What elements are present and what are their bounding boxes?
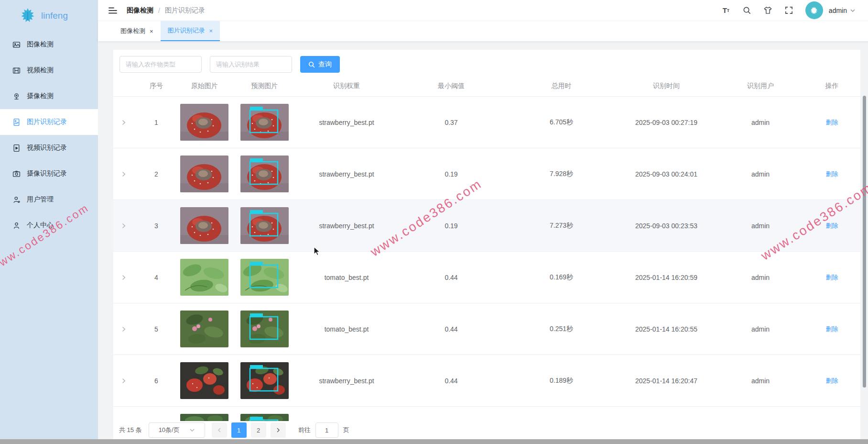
next-page-button[interactable] bbox=[271, 422, 286, 438]
goto-unit: 页 bbox=[343, 426, 349, 434]
font-size-icon[interactable]: Tт bbox=[721, 6, 731, 15]
app-logo: linfeng bbox=[0, 0, 98, 32]
predicted-image-thumbnail[interactable] bbox=[240, 311, 289, 347]
username: admin bbox=[829, 7, 847, 14]
predicted-image-thumbnail[interactable] bbox=[240, 259, 289, 296]
total-time-cell: 7.928秒 bbox=[508, 170, 615, 178]
profile-icon bbox=[12, 222, 21, 230]
original-image-thumbnail[interactable] bbox=[180, 362, 228, 399]
theme-shirt-icon[interactable] bbox=[763, 6, 773, 15]
row-index: 1 bbox=[134, 119, 178, 126]
predicted-image-thumbnail[interactable] bbox=[240, 362, 289, 399]
row-index: 3 bbox=[134, 222, 178, 230]
min-threshold-cell: 0.19 bbox=[395, 170, 508, 178]
delete-link[interactable]: 删除 bbox=[826, 377, 838, 385]
search-icon[interactable] bbox=[742, 6, 752, 15]
sidebar-item-video-record[interactable]: 视频识别记录 bbox=[0, 135, 98, 161]
delete-link[interactable]: 删除 bbox=[826, 222, 838, 230]
search-button[interactable]: 查询 bbox=[300, 56, 340, 73]
page-button-1[interactable]: 1 bbox=[231, 422, 247, 438]
vertical-scrollbar-thumb[interactable] bbox=[863, 96, 866, 388]
sidebar-item-camera[interactable]: 摄像检测 bbox=[0, 83, 98, 109]
content-card: 查询 序号原始图片预测图片识别权重最小阈值总用时识别时间识别用户操作 1 str… bbox=[113, 50, 860, 439]
prev-page-button[interactable] bbox=[212, 422, 227, 438]
min-threshold-cell: 0.19 bbox=[395, 222, 508, 230]
sidebar-item-camera-record[interactable]: 摄像识别记录 bbox=[0, 161, 98, 187]
picture-record-icon bbox=[12, 118, 21, 126]
table-row: 4 tomato_best.pt 0.44 0.169秒 2025-01-14 … bbox=[113, 252, 860, 303]
sidebar-item-label: 摄像检测 bbox=[27, 92, 54, 100]
chevron-down-icon bbox=[189, 427, 195, 433]
avatar[interactable] bbox=[805, 1, 823, 19]
expand-row-icon[interactable] bbox=[120, 119, 127, 126]
original-image-thumbnail[interactable] bbox=[180, 311, 228, 347]
goto-page: 前往 页 bbox=[298, 422, 349, 438]
user-dropdown[interactable]: admin bbox=[829, 7, 856, 14]
weight-file-cell: tomato_best.pt bbox=[298, 274, 395, 281]
column-header: 识别时间 bbox=[615, 82, 717, 90]
column-header: 识别用户 bbox=[717, 82, 803, 90]
expand-row-icon[interactable] bbox=[120, 326, 127, 333]
weight-file-cell: strawberry_best.pt bbox=[298, 222, 395, 230]
breadcrumb-item-current: 图片识别记录 bbox=[165, 6, 205, 15]
sidebar-item-label: 摄像识别记录 bbox=[27, 169, 67, 178]
table-row: 6 strawberry_best.pt 0.44 0.189秒 2025-01… bbox=[113, 355, 860, 407]
predicted-image-thumbnail[interactable] bbox=[240, 155, 289, 192]
original-image-thumbnail[interactable] bbox=[180, 104, 228, 141]
sidebar-item-user-manage[interactable]: 用户管理 bbox=[0, 187, 98, 212]
recognition-user-cell: admin bbox=[717, 170, 803, 178]
chevron-down-icon bbox=[850, 8, 856, 13]
crop-type-input[interactable] bbox=[119, 56, 202, 73]
delete-link[interactable]: 删除 bbox=[826, 118, 838, 127]
sidebar-item-image[interactable]: 图像检测 bbox=[0, 32, 98, 57]
expand-row-icon[interactable] bbox=[120, 377, 127, 384]
expand-row-icon[interactable] bbox=[120, 222, 127, 229]
expand-row-icon[interactable] bbox=[120, 274, 127, 281]
table-row: 3 strawberry_best.pt 0.19 7.273秒 2025-09… bbox=[113, 200, 860, 252]
original-image-thumbnail[interactable] bbox=[180, 259, 228, 296]
column-header: 预测图片 bbox=[230, 82, 298, 90]
recognition-time-cell: 2025-09-03 00:27:19 bbox=[615, 119, 717, 126]
breadcrumb-separator: / bbox=[158, 7, 160, 14]
sidebar-item-profile[interactable]: 个人中心 bbox=[0, 212, 98, 238]
original-image-thumbnail[interactable] bbox=[180, 207, 228, 244]
recognition-time-cell: 2025-09-03 00:24:01 bbox=[615, 170, 717, 178]
predicted-image-thumbnail[interactable] bbox=[240, 207, 289, 244]
row-index: 4 bbox=[134, 274, 178, 281]
recognition-user-cell: admin bbox=[717, 274, 803, 281]
sidebar-item-picture-record[interactable]: 图片识别记录 bbox=[0, 109, 98, 135]
tab-close-icon[interactable]: × bbox=[209, 27, 213, 34]
tab-0[interactable]: 图像检测 × bbox=[113, 21, 161, 41]
weight-file-cell: tomato_best.pt bbox=[298, 325, 395, 333]
delete-link[interactable]: 删除 bbox=[826, 325, 838, 333]
sidebar-menu: 图像检测 视频检测 摄像检测 图片识别记录 视频识别记录 摄像识别记录 用户管理… bbox=[0, 32, 98, 238]
page-button-2[interactable]: 2 bbox=[251, 422, 266, 438]
goto-page-input[interactable] bbox=[315, 422, 338, 438]
row-index: 2 bbox=[134, 170, 178, 178]
menu-fold-icon[interactable] bbox=[108, 5, 118, 16]
page-size-select[interactable]: 10条/页 bbox=[149, 422, 205, 438]
sidebar-item-video[interactable]: 视频检测 bbox=[0, 57, 98, 83]
recognition-time-cell: 2025-01-14 16:20:59 bbox=[615, 274, 717, 281]
tab-label: 图像检测 bbox=[120, 27, 145, 35]
total-time-cell: 0.251秒 bbox=[508, 325, 615, 333]
column-header: 总用时 bbox=[508, 82, 615, 90]
delete-link[interactable]: 删除 bbox=[826, 170, 838, 178]
table-row: 1 strawberry_best.pt 0.37 6.705秒 2025-09… bbox=[113, 97, 860, 148]
tab-1[interactable]: 图片识别记录 × bbox=[161, 21, 220, 41]
delete-link[interactable]: 删除 bbox=[826, 273, 838, 282]
breadcrumb-item-parent[interactable]: 图像检测 bbox=[127, 6, 153, 15]
column-header: 识别权重 bbox=[298, 82, 395, 90]
predicted-image-thumbnail[interactable] bbox=[240, 104, 289, 141]
camera-icon bbox=[12, 92, 21, 100]
app-name: linfeng bbox=[41, 11, 68, 21]
topbar: 图像检测 / 图片识别记录 Tт admin bbox=[98, 0, 868, 21]
table-body: 1 strawberry_best.pt 0.37 6.705秒 2025-09… bbox=[113, 97, 860, 439]
tab-close-icon[interactable]: × bbox=[150, 28, 153, 35]
image-icon bbox=[12, 41, 21, 49]
expand-row-icon[interactable] bbox=[120, 171, 127, 178]
original-image-thumbnail[interactable] bbox=[180, 155, 228, 192]
result-input[interactable] bbox=[210, 56, 292, 73]
fullscreen-icon[interactable] bbox=[784, 6, 794, 15]
page-size-value: 10条/页 bbox=[159, 426, 180, 434]
